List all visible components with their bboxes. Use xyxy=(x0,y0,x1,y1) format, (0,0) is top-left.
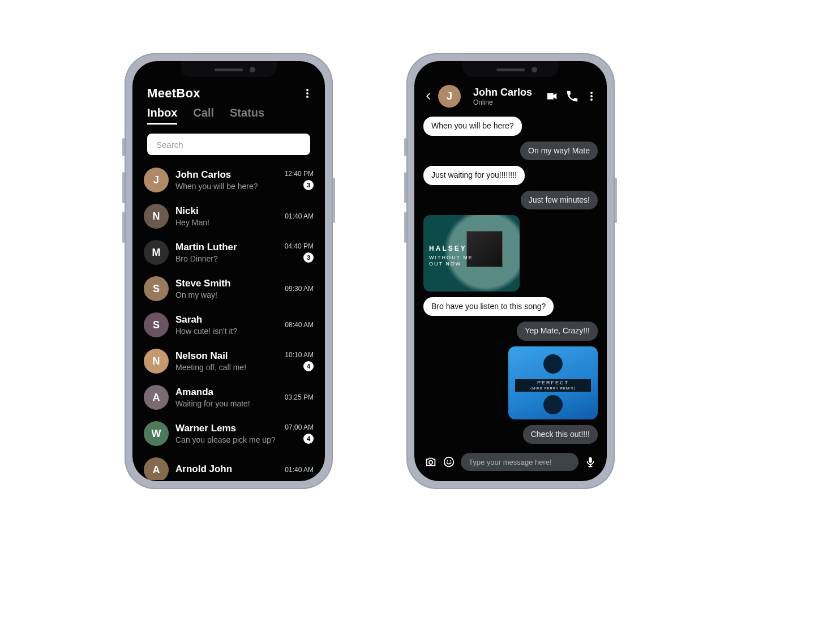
avatar: N xyxy=(144,349,169,374)
conversation-preview: Hey Man! xyxy=(175,218,285,227)
avatar: N xyxy=(144,204,169,229)
tab-status[interactable]: Status xyxy=(230,106,264,125)
conversation-name: Steve Smith xyxy=(175,278,285,289)
unread-badge: 4 xyxy=(303,361,314,371)
volume-down xyxy=(122,212,125,243)
message-media[interactable]: HALSEYWITHOUT MEOUT NOW xyxy=(423,215,520,292)
tab-inbox[interactable]: Inbox xyxy=(147,106,177,125)
svg-point-2 xyxy=(447,460,448,461)
conversation-time: 10:10 AM xyxy=(285,351,314,359)
conversation-preview: Meeting off, call me! xyxy=(175,363,285,372)
conversation-row[interactable]: NNelson NailMeeting off, call me!10:10 A… xyxy=(142,343,316,379)
chat-avatar[interactable]: J xyxy=(438,85,461,108)
chat-contact-status: Online xyxy=(473,98,532,106)
message-incoming: Just waiting for you!!!!!!!! xyxy=(423,166,525,185)
unread-badge: 3 xyxy=(303,180,314,190)
avatar: A xyxy=(144,457,169,480)
conversation-preview: How cute! isn't it? xyxy=(175,327,285,336)
conversation-name: Warner Lems xyxy=(175,423,285,434)
more-menu-icon[interactable] xyxy=(302,88,312,98)
unread-badge: 4 xyxy=(303,434,314,444)
chat-more-icon[interactable] xyxy=(586,91,597,101)
conversation-name: Nelson Nail xyxy=(175,350,285,362)
unread-badge: 3 xyxy=(303,252,314,263)
conversation-row[interactable]: SSteve SmithOn my way!09:30 AM xyxy=(142,271,316,307)
volume-down xyxy=(404,212,406,243)
conversation-row[interactable]: AArnold John01:40 AM xyxy=(142,452,316,480)
avatar: M xyxy=(144,240,169,265)
conversation-name: Martin Luther xyxy=(175,242,285,253)
avatar: S xyxy=(144,276,169,301)
app-title: MeetBox xyxy=(147,86,200,101)
message-outgoing: Just few minutes! xyxy=(521,191,598,210)
conversation-preview: On my way! xyxy=(175,290,285,299)
conversation-preview: Waiting for you mate! xyxy=(175,399,285,408)
avatar: J xyxy=(144,168,169,192)
conversation-name: John Carlos xyxy=(175,169,285,181)
conversation-row[interactable]: AAmandaWaiting for you mate!03:25 PM xyxy=(142,379,316,415)
tab-call[interactable]: Call xyxy=(193,106,214,125)
conversation-time: 12:40 PM xyxy=(285,170,314,178)
message-outgoing: Yep Mate, Crazy!!! xyxy=(517,322,598,341)
conversation-row[interactable]: JJohn CarlosWhen you will be here?12:40 … xyxy=(142,162,316,198)
message-incoming: Bro have you listen to this song? xyxy=(423,297,554,316)
conversation-name: Sarah xyxy=(175,314,285,325)
volume-up xyxy=(404,172,406,203)
message-input[interactable] xyxy=(461,453,578,471)
notch xyxy=(181,61,277,77)
conversation-preview: Can you please pick me up? xyxy=(175,435,285,444)
mute-switch xyxy=(404,138,406,156)
phone-inbox: MeetBox InboxCallStatus JJohn CarlosWhen… xyxy=(125,53,333,489)
volume-up xyxy=(122,172,125,203)
back-icon[interactable] xyxy=(425,90,432,102)
conversation-time: 01:40 AM xyxy=(285,466,314,474)
conversation-time: 08:40 AM xyxy=(285,321,314,329)
conversation-list: JJohn CarlosWhen you will be here?12:40 … xyxy=(134,158,324,480)
conversation-row[interactable]: WWarner LemsCan you please pick me up?07… xyxy=(142,415,316,452)
emoji-icon[interactable] xyxy=(443,456,455,468)
message-outgoing: On my way! Mate xyxy=(520,142,598,161)
phone-chat: J John Carlos Online When you will be he… xyxy=(406,53,615,489)
conversation-time: 03:25 PM xyxy=(285,393,314,401)
tab-bar: InboxCallStatus xyxy=(134,101,324,125)
svg-point-0 xyxy=(429,461,432,464)
avatar: S xyxy=(144,312,169,337)
conversation-row[interactable]: NNickiHey Man!01:40 AM xyxy=(142,198,316,234)
conversation-time: 04:40 PM xyxy=(285,242,314,250)
message-media[interactable]: PERFECT(MIKE PERRY REMIX) xyxy=(508,346,598,419)
search-input[interactable] xyxy=(147,134,310,155)
svg-rect-4 xyxy=(589,457,592,463)
avatar: W xyxy=(144,421,169,446)
svg-point-3 xyxy=(450,460,451,461)
conversation-preview: When you will be here? xyxy=(175,182,285,191)
camera-icon[interactable] xyxy=(425,456,437,468)
notch xyxy=(462,61,559,77)
avatar: A xyxy=(144,385,169,410)
conversation-row[interactable]: SSarahHow cute! isn't it?08:40 AM xyxy=(142,307,316,343)
svg-point-1 xyxy=(444,457,454,467)
power-button xyxy=(333,178,335,223)
power-button xyxy=(615,178,617,223)
chat-contact-name: John Carlos xyxy=(473,87,532,98)
message-incoming: When you will be here? xyxy=(423,117,522,136)
message-outgoing: Check this out!!!! xyxy=(523,425,598,444)
conversation-name: Arnold John xyxy=(175,464,285,475)
conversation-time: 09:30 AM xyxy=(285,285,314,293)
conversation-name: Amanda xyxy=(175,387,285,398)
video-call-icon[interactable] xyxy=(546,90,558,102)
conversation-name: Nicki xyxy=(175,205,285,217)
mute-switch xyxy=(122,138,125,156)
message-list: When you will be here?On my way! MateJus… xyxy=(415,113,606,447)
mic-icon[interactable] xyxy=(584,456,597,468)
conversation-time: 01:40 AM xyxy=(285,212,314,220)
voice-call-icon[interactable] xyxy=(566,90,578,102)
conversation-preview: Bro Dinner? xyxy=(175,254,285,263)
conversation-row[interactable]: MMartin LutherBro Dinner?04:40 PM3 xyxy=(142,234,316,271)
conversation-time: 07:00 AM xyxy=(285,423,314,431)
